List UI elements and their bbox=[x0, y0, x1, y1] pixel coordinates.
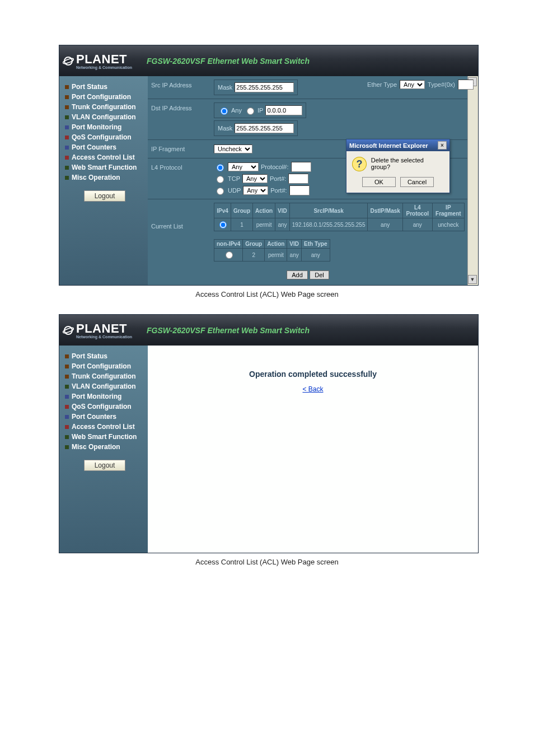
scroll-down-icon[interactable]: ▼ bbox=[468, 275, 477, 284]
logout-button[interactable]: Logout bbox=[84, 460, 126, 471]
nav-misc[interactable]: Misc Operation bbox=[65, 172, 144, 183]
cell-vid2: any bbox=[287, 249, 302, 262]
nav-vlan-config[interactable]: VLAN Configuration bbox=[65, 112, 144, 122]
th-vid2: VID bbox=[287, 240, 302, 249]
src-mask-input[interactable] bbox=[235, 82, 294, 92]
th-action: Action bbox=[253, 203, 275, 218]
sidebar-item-label: Trunk Configuration bbox=[72, 103, 136, 111]
nav-web-smart[interactable]: Web Smart Function bbox=[65, 162, 144, 172]
mask-label: Mask bbox=[218, 84, 232, 91]
tcp-port-input[interactable] bbox=[288, 174, 308, 184]
type-num-input[interactable] bbox=[458, 80, 474, 90]
ip-fragment-select[interactable]: Uncheck bbox=[214, 144, 252, 153]
type-num-label: Type#(0x) bbox=[428, 81, 455, 88]
nav-acl[interactable]: Access Control List bbox=[65, 422, 144, 432]
app-header: PLANET Networking & Communication FGSW-2… bbox=[59, 45, 478, 76]
th-ipv4: IPv4 bbox=[214, 203, 231, 218]
cell-dst: any bbox=[368, 218, 402, 231]
logout-button[interactable]: Logout bbox=[84, 190, 126, 202]
th-nonipv4: non-IPv4 bbox=[214, 240, 243, 249]
ipv4-row-radio[interactable] bbox=[219, 221, 227, 228]
dialog-message: Delete the selected group? bbox=[371, 157, 444, 170]
cell-action: permit bbox=[253, 218, 275, 231]
udp-port-input[interactable] bbox=[289, 185, 310, 195]
nav-misc[interactable]: Misc Operation bbox=[65, 442, 144, 452]
close-icon[interactable]: × bbox=[438, 141, 447, 150]
th-frag: IP Fragment bbox=[432, 203, 464, 218]
nonipv4-row-radio[interactable] bbox=[226, 251, 233, 259]
dst-ip-radio[interactable] bbox=[247, 108, 254, 115]
l4-tcp-select[interactable]: Any bbox=[242, 174, 268, 183]
l4-udp-label: UDP bbox=[228, 187, 241, 194]
sidebar-item-label: Port Configuration bbox=[72, 93, 131, 101]
l4-udp-radio[interactable] bbox=[217, 188, 224, 195]
cell-frag: uncheck bbox=[432, 218, 464, 231]
screenshot-2: PLANET Networking & Communication FGSW-2… bbox=[59, 314, 479, 553]
nav-qos-config[interactable]: QoS Configuration bbox=[65, 402, 144, 412]
nav-trunk-config[interactable]: Trunk Configuration bbox=[65, 102, 144, 112]
planet-icon bbox=[63, 55, 74, 67]
dst-ip-input[interactable] bbox=[265, 105, 302, 115]
protocol-num-input[interactable] bbox=[291, 162, 311, 172]
sidebar-item-label: Port Status bbox=[72, 83, 107, 91]
svg-point-1 bbox=[63, 57, 74, 64]
nav-acl[interactable]: Access Control List bbox=[65, 152, 144, 162]
protocol-num-label: Protocol#: bbox=[261, 164, 289, 170]
sidebar-item-label: Web Smart Function bbox=[72, 433, 137, 441]
back-link[interactable]: < Back bbox=[302, 385, 323, 393]
nav-port-counters[interactable]: Port Counters bbox=[65, 142, 144, 152]
question-icon: ? bbox=[352, 157, 367, 171]
nav-port-status[interactable]: Port Status bbox=[65, 82, 144, 92]
l4-any-radio[interactable] bbox=[217, 164, 224, 171]
app-header: PLANET Networking & Communication FGSW-2… bbox=[59, 315, 478, 346]
l4-any-select[interactable]: Any bbox=[228, 162, 259, 171]
nav-qos-config[interactable]: QoS Configuration bbox=[65, 132, 144, 142]
sidebar-item-label: Port Monitoring bbox=[72, 393, 121, 400]
content-pane-success: Operation completed successfully < Back bbox=[148, 346, 478, 553]
content-pane: ▲ ▼ Src IP Address Mask bbox=[148, 76, 478, 285]
nav-port-monitoring[interactable]: Port Monitoring bbox=[65, 391, 144, 402]
nav-port-counters[interactable]: Port Counters bbox=[65, 412, 144, 422]
figure-caption-1: Access Control List (ACL) Web Page scree… bbox=[0, 290, 534, 298]
nav-web-smart[interactable]: Web Smart Function bbox=[65, 432, 144, 442]
ok-button[interactable]: OK bbox=[362, 177, 396, 187]
dst-ip-option-label: IP bbox=[257, 107, 263, 114]
l4-protocol-label: L4 Protocol bbox=[148, 158, 210, 199]
brand-logo: PLANET Networking & Communication bbox=[63, 52, 147, 69]
cell-vid: any bbox=[275, 218, 290, 231]
th-dst: DstIP/Mask bbox=[368, 203, 402, 218]
sidebar-item-label: Port Monitoring bbox=[72, 123, 121, 131]
figure-caption-2: Access Control List (ACL) Web Page scree… bbox=[0, 558, 534, 566]
brand-logo: PLANET Networking & Communication bbox=[63, 321, 147, 339]
cell-l4: any bbox=[402, 218, 432, 231]
ether-type-select[interactable]: Any bbox=[400, 80, 425, 89]
nav-port-status[interactable]: Port Status bbox=[65, 351, 144, 361]
product-title: FGSW-2620VSF Ethernet Web Smart Switch bbox=[147, 326, 310, 335]
l4-udp-select[interactable]: Any bbox=[243, 186, 268, 195]
del-button[interactable]: Del bbox=[310, 270, 329, 279]
brand-sub: Networking & Communication bbox=[76, 66, 132, 69]
th-group2: Group bbox=[243, 240, 265, 249]
th-src: SrcIP/Mask bbox=[289, 203, 368, 218]
src-ip-label: Src IP Address bbox=[148, 76, 210, 99]
ipv4-list-table: IPv4 Group Action VID SrcIP/Mask DstIP/M… bbox=[214, 203, 465, 231]
dst-any-radio[interactable] bbox=[221, 108, 228, 115]
sidebar-item-label: Port Counters bbox=[72, 143, 116, 151]
cancel-button[interactable]: Cancel bbox=[400, 177, 434, 187]
nav-vlan-config[interactable]: VLAN Configuration bbox=[65, 381, 144, 391]
sidebar: Port Status Port Configuration Trunk Con… bbox=[59, 76, 148, 285]
nav-port-config[interactable]: Port Configuration bbox=[65, 92, 144, 102]
screenshot-1: PLANET Networking & Communication FGSW-2… bbox=[59, 45, 479, 286]
confirm-dialog: Microsoft Internet Explorer × ? Delete t… bbox=[346, 139, 450, 193]
l4-tcp-radio[interactable] bbox=[217, 176, 224, 183]
nav-port-monitoring[interactable]: Port Monitoring bbox=[65, 122, 144, 132]
add-button[interactable]: Add bbox=[287, 270, 308, 279]
dst-mask-input[interactable] bbox=[235, 123, 294, 133]
cell-eth: any bbox=[302, 249, 330, 262]
sidebar-item-label: Misc Operation bbox=[72, 174, 120, 181]
scrollbar[interactable]: ▲ ▼ bbox=[467, 76, 478, 285]
nav-trunk-config[interactable]: Trunk Configuration bbox=[65, 371, 144, 381]
sidebar-item-label: QoS Configuration bbox=[72, 133, 132, 141]
sidebar-item-label: Port Configuration bbox=[72, 362, 131, 370]
nav-port-config[interactable]: Port Configuration bbox=[65, 361, 144, 371]
